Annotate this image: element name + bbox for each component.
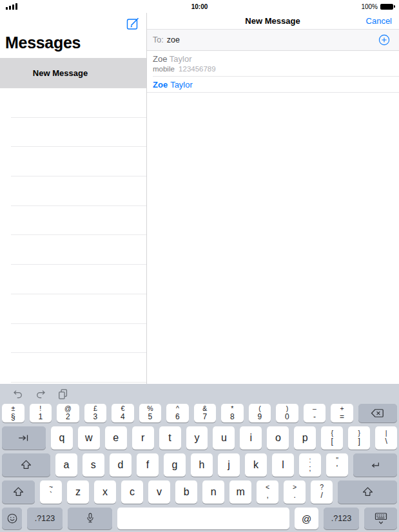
list-row (11, 324, 146, 354)
return-key[interactable] (353, 453, 397, 477)
redo-icon[interactable] (34, 388, 47, 401)
tab-key[interactable] (2, 426, 46, 450)
key-m[interactable]: m (229, 480, 251, 504)
key-i[interactable]: i (240, 426, 262, 450)
keyboard-row-numbers: ±§ !1 @2 £3 €4 %5 ^6 &7 *8 (9 )0 –- += (2, 404, 397, 423)
page-title: Messages (0, 32, 146, 58)
numbers-key-left[interactable]: .?123 (27, 508, 63, 529)
key-s[interactable]: s (83, 453, 104, 477)
key-backtick[interactable]: ~` (40, 480, 62, 504)
at-key[interactable]: @ (295, 508, 318, 529)
add-contact-icon[interactable] (378, 34, 390, 46)
key-section[interactable]: ±§ (2, 404, 24, 423)
list-row (11, 235, 146, 265)
list-row (11, 118, 146, 147)
key-u[interactable]: u (213, 426, 235, 450)
new-message-panel: New Message Cancel To: zoe Zoe Taylor (146, 13, 399, 384)
list-row (11, 88, 146, 118)
key-q[interactable]: q (51, 426, 73, 450)
key-equals[interactable]: += (331, 404, 353, 423)
undo-icon[interactable] (12, 388, 24, 401)
contact-name: Zoe Taylor (153, 54, 399, 64)
key-dash[interactable]: –- (304, 404, 326, 423)
mic-icon[interactable] (68, 508, 112, 529)
key-comma[interactable]: <, (257, 480, 278, 504)
key-left-brace[interactable]: {[ (321, 426, 343, 450)
keyboard-toolbar (2, 384, 397, 404)
list-row (11, 206, 146, 236)
key-6[interactable]: ^6 (166, 404, 189, 423)
key-d[interactable]: d (110, 453, 131, 477)
battery-icon (380, 4, 393, 10)
compose-icon[interactable] (124, 15, 141, 32)
key-w[interactable]: w (78, 426, 100, 450)
paste-icon[interactable] (57, 388, 70, 401)
sidebar-item-new-message[interactable]: New Message (0, 58, 146, 88)
status-time: 10:00 (0, 3, 399, 10)
key-2[interactable]: @2 (57, 404, 79, 423)
sidebar-item-label: New Message (33, 68, 88, 78)
key-x[interactable]: x (94, 480, 116, 504)
key-g[interactable]: g (164, 453, 186, 477)
conversation-sidebar: Messages New Message (0, 13, 146, 384)
key-b[interactable]: b (175, 480, 197, 504)
key-a[interactable]: a (55, 453, 77, 477)
key-h[interactable]: h (191, 453, 213, 477)
key-period[interactable]: >. (284, 480, 306, 504)
contact-suggestion[interactable]: Zoe Taylor mobile 123456789 (153, 51, 399, 77)
backspace-key[interactable] (358, 404, 397, 423)
conversation-list (0, 88, 146, 383)
key-7[interactable]: &7 (194, 404, 217, 423)
split-divider (146, 0, 147, 384)
key-9[interactable]: (9 (249, 404, 271, 423)
key-0[interactable]: )0 (276, 404, 298, 423)
space-key[interactable] (117, 508, 289, 529)
list-row (11, 147, 146, 176)
key-l[interactable]: l (272, 453, 294, 477)
messages-app-screen: 10:00 100% Messages New Message (0, 0, 399, 532)
list-row (11, 176, 146, 206)
key-z[interactable]: z (67, 480, 89, 504)
key-4[interactable]: €4 (112, 404, 134, 423)
key-j[interactable]: j (218, 453, 240, 477)
key-k[interactable]: k (245, 453, 267, 477)
key-o[interactable]: o (267, 426, 289, 450)
key-quote[interactable]: "' (326, 453, 348, 477)
panel-title: New Message (245, 16, 300, 26)
battery-status: 100% (361, 3, 395, 10)
keyboard-row-home: a s d f g h j k l :; "' (2, 453, 397, 477)
emoji-icon[interactable] (2, 508, 22, 529)
key-3[interactable]: £3 (84, 404, 107, 423)
list-row (11, 294, 146, 324)
status-bar: 10:00 100% (0, 0, 399, 13)
keyboard-row-qwerty: q w e r t y u i o p {[ }] |\ (2, 426, 397, 450)
caps-shift-key[interactable] (2, 453, 50, 477)
key-v[interactable]: v (148, 480, 170, 504)
keyboard-row-bottom-letters: ~` z x c v b n m <, >. ?/ (2, 480, 397, 504)
dismiss-keyboard-icon[interactable] (364, 508, 397, 529)
key-8[interactable]: *8 (221, 404, 244, 423)
panel-header: New Message Cancel (146, 13, 399, 30)
key-p[interactable]: p (294, 426, 316, 450)
numbers-key-right[interactable]: .?123 (324, 508, 359, 529)
search-result-contact[interactable]: Zoe Taylor (146, 77, 399, 93)
key-right-brace[interactable]: }] (348, 426, 370, 450)
to-field[interactable]: To: zoe (146, 30, 399, 51)
key-t[interactable]: t (159, 426, 181, 450)
key-1[interactable]: !1 (30, 404, 52, 423)
key-semicolon[interactable]: :; (299, 453, 321, 477)
cancel-button[interactable]: Cancel (366, 13, 392, 29)
key-e[interactable]: e (105, 426, 127, 450)
to-field-value: zoe (167, 35, 180, 44)
key-f[interactable]: f (137, 453, 159, 477)
key-n[interactable]: n (202, 480, 224, 504)
key-r[interactable]: r (132, 426, 154, 450)
key-backslash[interactable]: |\ (375, 426, 397, 450)
key-5[interactable]: %5 (139, 404, 162, 423)
key-y[interactable]: y (186, 426, 208, 450)
key-slash[interactable]: ?/ (311, 480, 333, 504)
key-c[interactable]: c (121, 480, 143, 504)
shift-left-key[interactable] (2, 480, 35, 504)
shift-right-key[interactable] (338, 480, 397, 504)
contact-phone: mobile 123456789 (153, 65, 399, 73)
